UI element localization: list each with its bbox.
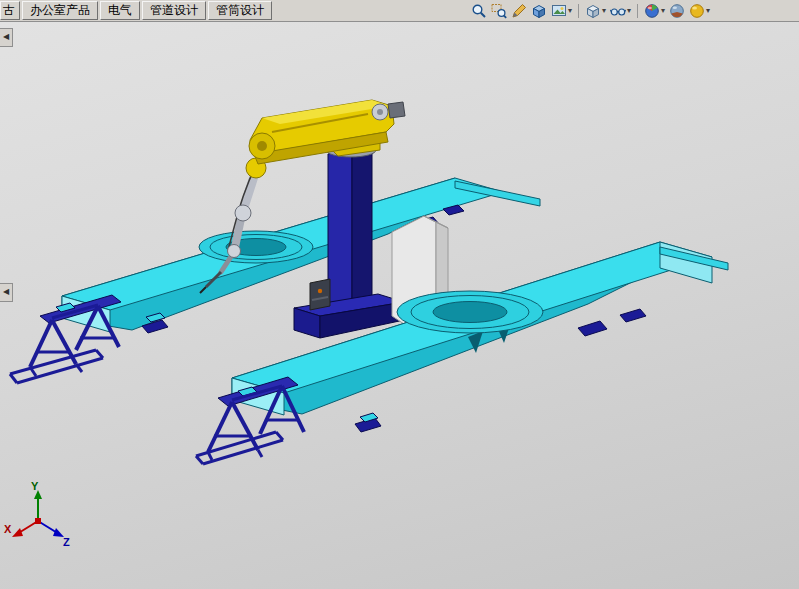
apply-scene-button[interactable] — [668, 2, 686, 20]
column-mounted-device[interactable] — [310, 279, 330, 310]
chevron-down-icon[interactable]: ▾ — [706, 2, 710, 20]
zoom-to-area-icon — [491, 3, 507, 19]
chevron-down-icon[interactable]: ▾ — [627, 2, 631, 20]
robot-boom[interactable] — [249, 100, 405, 164]
edit-appearance-button[interactable]: ▾ — [643, 2, 666, 20]
toolbar-separator — [578, 4, 579, 18]
view-orientation-icon — [531, 3, 547, 19]
tab-partial[interactable]: 古 — [0, 1, 20, 20]
chevron-down-icon[interactable]: ▾ — [661, 2, 665, 20]
3d-model-canvas[interactable]: Y X Z — [0, 21, 799, 589]
zoom-to-area-button[interactable] — [490, 2, 508, 20]
tab-electrical[interactable]: 电气 — [100, 1, 140, 20]
orientation-triad: Y X Z — [4, 480, 70, 548]
tab-tubing-design[interactable]: 管筒设计 — [208, 1, 272, 20]
triad-x-label: X — [4, 523, 12, 535]
triad-y-label: Y — [31, 480, 39, 492]
pencil-tool-button[interactable] — [510, 2, 528, 20]
graphics-viewport[interactable]: ◀ ◀ — [0, 21, 799, 589]
zoom-to-fit-button[interactable] — [470, 2, 488, 20]
standard-views-button[interactable]: ▾ — [550, 2, 573, 20]
pencil-tool-icon — [511, 3, 527, 19]
triad-x-arrow — [12, 528, 23, 537]
display-style-icon — [585, 3, 601, 19]
tab-office-products[interactable]: 办公室产品 — [22, 1, 98, 20]
hide-show-items-button[interactable]: ▾ — [609, 2, 632, 20]
display-style-button[interactable]: ▾ — [584, 2, 607, 20]
view-settings-button[interactable]: ▾ — [688, 2, 711, 20]
zoom-to-fit-icon — [471, 3, 487, 19]
triad-origin — [35, 518, 41, 524]
view-settings-icon — [689, 3, 705, 19]
chevron-down-icon[interactable]: ▾ — [568, 2, 572, 20]
tab-piping-design[interactable]: 管道设计 — [142, 1, 206, 20]
collapse-panel-button-top[interactable]: ◀ — [0, 28, 13, 47]
edit-appearance-icon — [644, 3, 660, 19]
chevron-down-icon[interactable]: ▾ — [602, 2, 606, 20]
triad-z-label: Z — [63, 536, 70, 548]
apply-scene-icon — [669, 3, 685, 19]
collapse-panel-button-middle[interactable]: ◀ — [0, 283, 13, 302]
hide-show-items-icon — [610, 3, 626, 19]
view-toolbar: ▾ ▾ ▾ ▾ ▾ — [470, 1, 711, 20]
toolbar-separator — [637, 4, 638, 18]
standard-views-icon — [551, 3, 567, 19]
command-manager-toolbar: 古 办公室产品 电气 管道设计 管筒设计 ▾ ▾ ▾ — [0, 0, 799, 22]
view-orientation-button[interactable] — [530, 2, 548, 20]
